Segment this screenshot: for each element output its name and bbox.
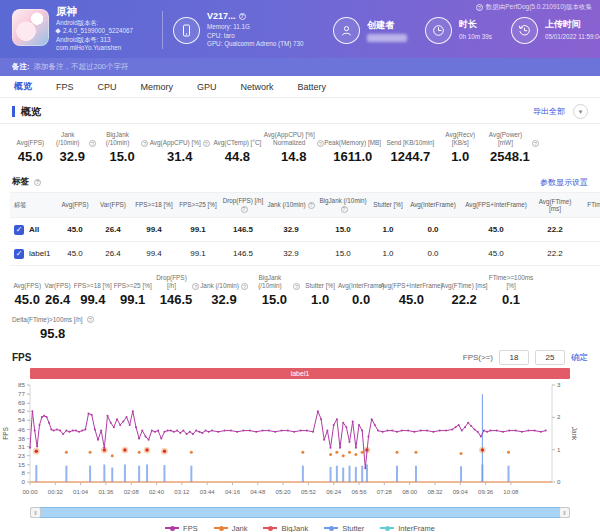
svg-text:0: 0 (557, 478, 561, 485)
stat-label: Peak(Memory) [MB] (324, 130, 382, 147)
app-package: com.miHoYo.Yuanshen (56, 44, 133, 53)
fps-threshold-label: FPS(>=) (463, 353, 493, 362)
column-header: FPS>=25 [%] (176, 193, 220, 217)
tab-Battery[interactable]: Battery (298, 82, 327, 92)
table-cell: 32.9 (266, 218, 316, 241)
app-version-name-label: Android版本名: (56, 19, 133, 28)
tab-CPU[interactable]: CPU (98, 82, 117, 92)
table-cell: 146.5 (220, 218, 266, 241)
remark-placeholder: 添加备注，不超过200个字符 (34, 62, 129, 72)
tab-概览[interactable]: 概览 (14, 80, 32, 93)
app-info-block: 原神 Android版本名: 2.4.0_5199000_5224067 And… (12, 7, 160, 53)
stat-item: FPS>=18 [%]99.4 (73, 273, 113, 307)
info-icon[interactable]: ? (293, 283, 300, 290)
stat-value: 45.0 (382, 292, 441, 307)
svg-text:0: 0 (22, 478, 26, 485)
info-icon[interactable]: ? (241, 283, 248, 290)
legend-item-InterFrame[interactable]: InterFrame (380, 524, 435, 532)
stat-item: Avg(FPS)45.0 (12, 273, 42, 307)
tab-bar: 概览FPSCPUMemoryGPUNetworkBattery (0, 76, 600, 98)
fps-chart-section: FPS FPS(>=) 确定 label1 081523313846546269… (0, 345, 600, 532)
chevron-down-icon[interactable]: ▾ (573, 104, 588, 119)
legend-item-BigJank[interactable]: BigJank (263, 524, 308, 532)
stat-label: Avg(AppCPU) [%]? (148, 130, 211, 147)
stat-label: Avg(AppCPU) [%] Normalized? (264, 130, 324, 147)
overview-title: 概览 (12, 106, 41, 117)
stat-value: 45.0 (12, 292, 42, 307)
slider-handle-left[interactable]: ‖ (30, 507, 41, 518)
upload-time-value: 05/01/2022 11:59:04 (545, 33, 600, 42)
column-header: Avg(FPS) (56, 193, 94, 217)
svg-text:15: 15 (18, 461, 25, 468)
tags-title: 标签? (12, 176, 41, 188)
info-icon[interactable]: ? (239, 13, 246, 20)
legend-marker-icon (165, 527, 179, 529)
svg-text:62: 62 (18, 407, 25, 414)
table-cell: 32.9 (266, 242, 316, 265)
column-header: Jank (/10min)? (266, 193, 316, 217)
column-header: 标签 (10, 193, 56, 217)
info-icon[interactable]: ? (241, 206, 248, 213)
duration-value: 0h 10m 39s (459, 33, 492, 42)
stat-label: FTime>=100ms [%] (488, 273, 535, 290)
perfdog-version-note: ? 数据由PerfDog(5.0.210910)版本收集 (476, 3, 592, 12)
info-icon[interactable]: ? (89, 140, 96, 147)
remark-bar[interactable]: 备注: 添加备注，不超过200个字符 (0, 58, 600, 76)
phone-icon (173, 17, 200, 44)
row-checkbox[interactable]: ✓ (14, 225, 24, 235)
upload-time-block: 上传时间 05/01/2022 11:59:04 (511, 17, 600, 44)
tab-Network[interactable]: Network (241, 82, 274, 92)
creator-name-redacted (367, 34, 407, 42)
device-cpu: CPU: taro (207, 32, 304, 41)
legend-item-Stutter[interactable]: Stutter (324, 524, 364, 532)
tag-stats-section: Avg(FPS)45.0Var(FPS)26.4FPS>=18 [%]99.4F… (0, 266, 600, 345)
svg-text:38: 38 (18, 435, 25, 442)
info-icon[interactable]: ? (308, 202, 315, 209)
tab-GPU[interactable]: GPU (197, 82, 217, 92)
svg-text:2: 2 (557, 413, 561, 420)
tab-FPS[interactable]: FPS (56, 82, 74, 92)
legend-item-FPS[interactable]: FPS (165, 524, 198, 532)
slider-handle-right[interactable]: ‖ (559, 507, 570, 518)
info-icon[interactable]: ? (532, 140, 539, 147)
stat-item: Drop(FPS) [/h]?146.5 (153, 273, 200, 307)
device-name: V217...? (207, 11, 304, 21)
stat-value: 31.4 (148, 149, 211, 164)
svg-text:54: 54 (18, 416, 25, 423)
table-cell: 99.4 (132, 218, 176, 241)
export-all-link[interactable]: 导出全部 (533, 106, 565, 117)
stat-item: Send [KB/10min]1244.7 (382, 130, 440, 164)
column-header: Drop(FPS) [/h]? (220, 193, 266, 217)
confirm-button[interactable]: 确定 (571, 352, 588, 364)
table-cell: 26.4 (94, 218, 132, 241)
fps-threshold-low-input[interactable] (499, 350, 529, 365)
fps-threshold-high-input[interactable] (535, 350, 565, 365)
info-icon[interactable]: ? (203, 140, 210, 147)
upload-time-label: 上传时间 (545, 18, 600, 31)
table-cell: 15.0 (316, 218, 370, 241)
column-header: FPS>=18 [%] (132, 193, 176, 217)
stat-item: FTime>=100ms [%]0.1 (488, 273, 535, 307)
info-icon[interactable]: ? (192, 283, 199, 290)
stat-item: Avg(FTime) [ms]22.2 (441, 273, 488, 307)
chart-range-slider[interactable]: ‖ ‖ (30, 507, 570, 518)
param-display-settings-link[interactable]: 参数显示设置 (540, 177, 588, 188)
info-icon[interactable]: ? (317, 140, 324, 147)
legend-item-Jank[interactable]: Jank (214, 524, 248, 532)
info-icon[interactable]: ? (141, 140, 148, 147)
column-header: BigJank (/10min)? (316, 193, 370, 217)
info-icon[interactable]: ? (34, 179, 41, 186)
label1-band-text: label1 (291, 370, 310, 377)
fps-chart[interactable]: 08152331384654626977850123FPSJank00:0000… (0, 380, 600, 506)
table-cell: 45.0 (56, 218, 94, 241)
svg-text:05:20: 05:20 (276, 489, 292, 495)
info-icon[interactable]: ? (87, 316, 94, 323)
chart-legend: FPSJankBigJankStutterInterFrame (0, 521, 600, 532)
table-cell: 1.0 (370, 242, 406, 265)
info-icon[interactable]: ? (341, 206, 348, 213)
stat-item: Avg(Recv) [KB/s]1.0 (439, 130, 481, 164)
row-checkbox[interactable]: ✓ (14, 249, 24, 259)
tab-Memory[interactable]: Memory (141, 82, 174, 92)
stat-label: BigJank (/10min)? (96, 130, 148, 147)
table-cell (578, 242, 600, 265)
